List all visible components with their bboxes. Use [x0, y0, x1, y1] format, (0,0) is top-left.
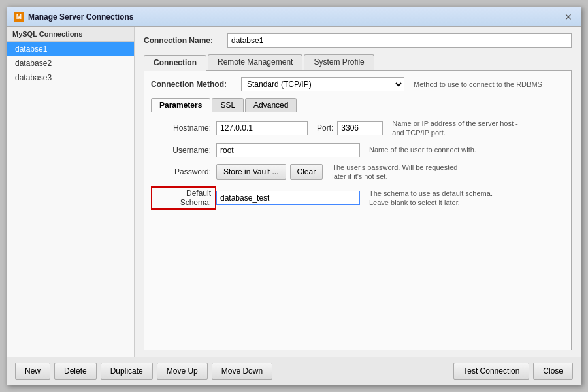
tab-connection[interactable]: Connection [144, 55, 206, 71]
method-label: Connection Method: [151, 80, 236, 89]
store-in-vault-button[interactable]: Store in Vault ... [216, 164, 286, 180]
password-row: Store in Vault ... Clear The user's pass… [216, 163, 564, 182]
move-down-button[interactable]: Move Down [212, 363, 272, 380]
method-hint: Method to use to connect to the RDBMS [414, 80, 542, 88]
bottom-bar: New Delete Duplicate Move Up Move Down T… [7, 357, 581, 385]
username-label: Username: [151, 146, 216, 155]
password-label: Password: [151, 167, 216, 176]
hostname-row: Port: Name or IP address of the server h… [216, 119, 564, 138]
connection-name-row: Connection Name: [144, 33, 572, 48]
left-panel: MySQL Connections databse1 database2 dat… [7, 27, 135, 357]
window-close-button[interactable]: ✕ [563, 11, 574, 23]
tab-content-connection: Connection Method: Standard (TCP/IP) Loc… [144, 71, 572, 350]
move-up-button[interactable]: Move Up [157, 363, 208, 380]
parameters-grid: Hostname: Port: Name or IP address of th… [151, 119, 564, 210]
bottom-left-buttons: New Delete Duplicate Move Up Move Down [15, 363, 272, 380]
new-button[interactable]: New [15, 363, 50, 380]
test-connection-button[interactable]: Test Connection [453, 363, 529, 380]
username-hint: Name of the user to connect with. [369, 145, 476, 154]
window-body: MySQL Connections databse1 database2 dat… [7, 27, 581, 357]
method-row: Connection Method: Standard (TCP/IP) Loc… [151, 77, 564, 91]
app-icon: M [14, 12, 24, 22]
sub-tab-advanced[interactable]: Advanced [245, 98, 297, 112]
hostname-hint: Name or IP address of the server host - … [392, 119, 523, 138]
delete-button[interactable]: Delete [54, 363, 97, 380]
clear-password-button[interactable]: Clear [290, 164, 323, 180]
username-input[interactable] [216, 143, 360, 157]
duplicate-button[interactable]: Duplicate [101, 363, 153, 380]
tab-system-profile[interactable]: System Profile [304, 54, 374, 70]
port-label: Port: [317, 123, 333, 133]
password-hint: The user's password. Will be requested l… [332, 163, 463, 182]
username-row: Name of the user to connect with. [216, 143, 564, 157]
connection-method-select[interactable]: Standard (TCP/IP) Local Socket/Pipe Stan… [241, 77, 404, 91]
hostname-label: Hostname: [151, 123, 216, 133]
connections-header: MySQL Connections [7, 27, 134, 42]
hostname-input[interactable] [216, 121, 308, 135]
sub-tab-parameters[interactable]: Parameters [151, 98, 210, 112]
title-bar: M Manage Server Connections ✕ [7, 7, 581, 27]
connection-list: databse1 database2 database3 [7, 42, 134, 357]
right-panel: Connection Name: Connection Remote Manag… [135, 27, 581, 357]
tab-remote-management[interactable]: Remote Management [208, 54, 302, 70]
schema-label: Default Schema: [151, 186, 216, 210]
schema-hint: The schema to use as default schema. Lea… [369, 189, 500, 208]
port-input[interactable] [337, 121, 383, 135]
connection-item-3[interactable]: database3 [7, 71, 134, 85]
connection-name-label: Connection Name: [144, 36, 222, 45]
connection-name-input[interactable] [227, 33, 572, 48]
schema-row: The schema to use as default schema. Lea… [216, 189, 564, 208]
connection-item-1[interactable]: databse1 [7, 42, 134, 56]
window-title: Manage Server Connections [28, 12, 133, 22]
connection-item-2[interactable]: database2 [7, 56, 134, 71]
main-window: M Manage Server Connections ✕ MySQL Conn… [7, 7, 581, 385]
default-schema-input[interactable] [216, 191, 360, 205]
main-tabs-row: Connection Remote Management System Prof… [144, 54, 572, 71]
close-button[interactable]: Close [533, 363, 573, 380]
sub-tab-ssl[interactable]: SSL [212, 98, 244, 112]
title-bar-left: M Manage Server Connections [14, 12, 133, 22]
bottom-right-buttons: Test Connection Close [453, 363, 573, 380]
sub-tabs-row: Parameters SSL Advanced [151, 98, 564, 112]
